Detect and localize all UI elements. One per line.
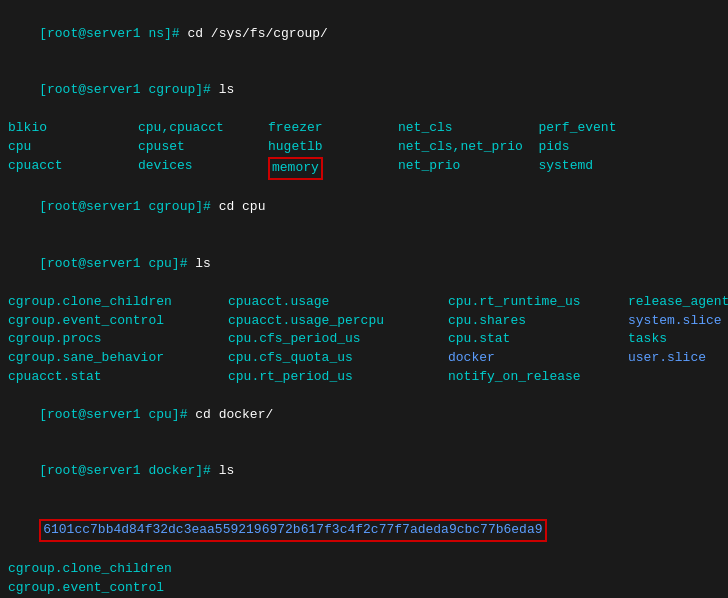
cpu-ls-row-5: cpuacct.stat cpu.rt_period_us notify_on_… — [8, 368, 720, 387]
ls-item-net-cls-net-prio: net_cls,net_prio — [398, 138, 538, 157]
ls-item-net-prio: net_prio — [398, 157, 538, 180]
line-ls-docker: [root@server1 docker]# ls — [8, 443, 720, 500]
terminal: [root@server1 ns]# cd /sys/fs/cgroup/ [r… — [0, 0, 728, 598]
cpu-shares: cpu.shares — [448, 312, 628, 331]
cpu-rt-runtime: cpu.rt_runtime_us — [448, 293, 628, 312]
cpu-ls-row-1: cgroup.clone_children cpuacct.usage cpu.… — [8, 293, 720, 312]
cpu-cfs-quota: cpu.cfs_quota_us — [228, 349, 448, 368]
cpu-ls-row-3: cgroup.procs cpu.cfs_period_us cpu.stat … — [8, 330, 720, 349]
hash-highlight-box: 6101cc7bb4d84f32dc3eaa5592196972b617f3c4… — [39, 519, 546, 542]
ls-item-cpu-cpuacct: cpu,cpuacct — [138, 119, 268, 138]
ls-item-blkio: blkio — [8, 119, 138, 138]
cpu-stat: cpu.stat — [448, 330, 628, 349]
cpu-user-slice: user.slice — [628, 349, 706, 368]
prompt: [root@server1 cpu]# — [39, 407, 195, 422]
line-cd-docker: [root@server1 cpu]# cd docker/ — [8, 387, 720, 444]
line-cd-cpu: [root@server1 cgroup]# cd cpu — [8, 180, 720, 237]
memory-highlight: memory — [268, 157, 323, 180]
ls-item-hugetlb: hugetlb — [268, 138, 398, 157]
ls-item-devices: devices — [138, 157, 268, 180]
cpu-sane-behavior: cgroup.sane_behavior — [8, 349, 228, 368]
cpu-cfs-period: cpu.cfs_period_us — [228, 330, 448, 349]
cpu-rt-period: cpu.rt_period_us — [228, 368, 448, 387]
line-cd-cgroup: [root@server1 ns]# cd /sys/fs/cgroup/ — [8, 6, 720, 63]
line-ls-cgroup: [root@server1 cgroup]# ls — [8, 63, 720, 120]
cpu-release-agent: release_agent — [628, 293, 728, 312]
ls-row-3: cpuacct devices memory net_prio systemd — [8, 157, 720, 180]
ls-item-cpu: cpu — [8, 138, 138, 157]
cpu-clone-children: cgroup.clone_children — [8, 293, 228, 312]
prompt: [root@server1 cpu]# — [39, 256, 195, 271]
ls-item-memory: memory — [272, 160, 319, 175]
ls-item-memory-container: memory — [268, 157, 398, 180]
cpu-procs: cgroup.procs — [8, 330, 228, 349]
ls-item-cpuset: cpuset — [138, 138, 268, 157]
cpu-event-control: cgroup.event_control — [8, 312, 228, 331]
cpu-usage: cpuacct.usage — [228, 293, 448, 312]
command: cd cpu — [219, 199, 266, 214]
ls-item-pids: pids — [538, 138, 668, 157]
docker-file-clone: cgroup.clone_children — [8, 560, 720, 579]
command: ls — [219, 82, 235, 97]
cpu-ls-row-2: cgroup.event_control cpuacct.usage_percp… — [8, 312, 720, 331]
line-ls-cpu: [root@server1 cpu]# ls — [8, 236, 720, 293]
ls-item-perf-event: perf_event — [538, 119, 668, 138]
ls-item-cpuacct: cpuacct — [8, 157, 138, 180]
cpu-notify-on-release: notify_on_release — [448, 368, 628, 387]
command: cd docker/ — [195, 407, 273, 422]
hash-line: 6101cc7bb4d84f32dc3eaa5592196972b617f3c4… — [8, 500, 720, 561]
cpu-docker: docker — [448, 349, 628, 368]
ls-row-2: cpu cpuset hugetlb net_cls,net_prio pids — [8, 138, 720, 157]
docker-file-event: cgroup.event_control — [8, 579, 720, 598]
prompt: [root@server1 cgroup]# — [39, 199, 218, 214]
prompt: [root@server1 docker]# — [39, 463, 218, 478]
ls-item-systemd: systemd — [538, 157, 668, 180]
cpu-ls-row-4: cgroup.sane_behavior cpu.cfs_quota_us do… — [8, 349, 720, 368]
cpu-acct-stat: cpuacct.stat — [8, 368, 228, 387]
ls-item-freezer: freezer — [268, 119, 398, 138]
container-hash: 6101cc7bb4d84f32dc3eaa5592196972b617f3c4… — [43, 522, 542, 537]
cpu-usage-percpu: cpuacct.usage_percpu — [228, 312, 448, 331]
prompt: [root@server1 ns]# — [39, 26, 187, 41]
cpu-system-slice: system.slice — [628, 312, 722, 331]
ls-item-net-cls: net_cls — [398, 119, 538, 138]
command: ls — [219, 463, 235, 478]
prompt: [root@server1 cgroup]# — [39, 82, 218, 97]
cpu-tasks: tasks — [628, 330, 667, 349]
ls-row-1: blkio cpu,cpuacct freezer net_cls perf_e… — [8, 119, 720, 138]
command: ls — [195, 256, 211, 271]
command: cd /sys/fs/cgroup/ — [187, 26, 327, 41]
